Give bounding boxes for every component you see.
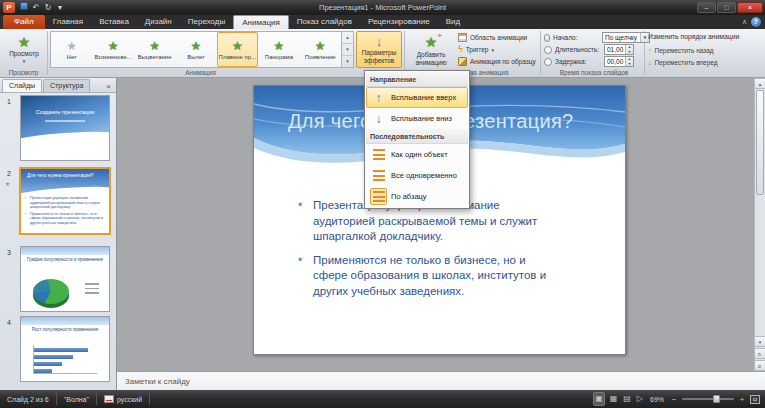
animation-fly-in[interactable]: ★ Вылет xyxy=(175,32,216,67)
gallery-scroll-up-icon[interactable]: ▴ xyxy=(342,32,353,44)
move-earlier-label: Переместить назад xyxy=(655,47,714,54)
slide-thumbnail-2-selected[interactable]: Для чего нужна презентация? Презентация … xyxy=(19,167,111,235)
view-reading-button[interactable]: ▤ xyxy=(622,393,632,405)
delay-input[interactable]: 00,00 ▴▾ xyxy=(604,56,634,67)
zoom-level[interactable]: 69% xyxy=(648,396,666,403)
close-panel-icon[interactable]: × xyxy=(101,82,116,92)
animation-pan[interactable]: ★ Панорама xyxy=(258,32,299,67)
previous-slide-button[interactable]: « xyxy=(755,348,765,359)
float-down-icon: ↓ xyxy=(370,110,387,127)
panel-tab-outline[interactable]: Структура xyxy=(43,79,90,92)
tab-view[interactable]: Вид xyxy=(438,15,468,29)
tab-review[interactable]: Рецензирование xyxy=(360,15,438,29)
theme-name[interactable]: "Волна" xyxy=(57,393,97,405)
add-animation-button[interactable]: ★+ Добавить анимацию xyxy=(408,31,454,68)
animation-label: Возникнове... xyxy=(94,54,131,60)
tab-animations[interactable]: Анимация xyxy=(233,15,289,29)
start-select[interactable]: По щелчку ▾ xyxy=(602,32,650,43)
notes-placeholder: Заметки к слайду xyxy=(125,377,190,386)
powerpoint-icon[interactable]: P xyxy=(3,2,15,13)
gallery-scrollbar: ▴ ▾ ▾ xyxy=(342,31,354,68)
animation-pane-button[interactable]: Область анимации xyxy=(458,32,527,43)
slide-body-placeholder[interactable]: Презентация упрощает понимание аудиторие… xyxy=(298,198,560,307)
view-normal-button[interactable]: ▣ xyxy=(593,392,605,406)
view-slide-sorter-button[interactable]: ▦ xyxy=(609,393,619,405)
pie-chart-thumbnail xyxy=(33,279,69,304)
start-label: Начало: xyxy=(553,34,599,41)
float-up-icon: ↑ xyxy=(370,89,387,106)
duration-input[interactable]: 01,00 ▴▾ xyxy=(604,44,634,55)
star-icon: ★ xyxy=(149,40,160,53)
scroll-up-icon[interactable]: ▴ xyxy=(755,78,765,89)
move-later-button[interactable]: ↓ Переместить вперед xyxy=(648,57,718,68)
spin-down-icon[interactable]: ▾ xyxy=(626,62,633,67)
menu-item-label: Все одновременно xyxy=(391,171,457,180)
vertical-scrollbar[interactable]: ▴ ▾ « » xyxy=(754,78,765,371)
tab-design[interactable]: Дизайн xyxy=(137,15,180,29)
animation-float-in-selected[interactable]: ★ Плавное пр... xyxy=(217,32,258,67)
notes-area[interactable]: Заметки к слайду xyxy=(117,371,765,390)
view-slideshow-button[interactable]: ▷ xyxy=(636,393,644,405)
pie-legend xyxy=(85,283,99,297)
tab-file[interactable]: Файл xyxy=(3,15,45,29)
spellcheck-icon[interactable] xyxy=(104,395,114,403)
qat-dropdown-icon[interactable]: ▾ xyxy=(54,2,66,13)
thumb2-bullet: Презентация упрощает понимание аудиторие… xyxy=(25,196,106,210)
help-icon[interactable]: ? xyxy=(751,17,761,27)
save-icon[interactable] xyxy=(18,2,30,13)
preview-button[interactable]: ★ Просмотр ▾ xyxy=(3,31,45,68)
zoom-out-icon[interactable]: − xyxy=(670,395,678,404)
slide-thumbnail-4[interactable]: Рост популярности применения xyxy=(20,316,110,382)
menu-item-as-one-object[interactable]: Как один объект xyxy=(366,144,468,165)
animation-none[interactable]: ★ Нет xyxy=(51,32,92,67)
animation-pane-icon xyxy=(458,33,467,42)
zoom-in-icon[interactable]: + xyxy=(738,395,746,404)
animation-painter-button[interactable]: Анимация по образцу xyxy=(458,56,536,67)
move-earlier-button[interactable]: ↑ Переместить назад xyxy=(648,45,714,56)
scrollbar-thumb[interactable] xyxy=(756,90,764,195)
maximize-button[interactable]: □ xyxy=(717,2,736,13)
menu-item-label: Всплывание вниз xyxy=(391,114,452,123)
minimize-ribbon-icon[interactable]: ∧ xyxy=(742,18,747,26)
fit-to-window-icon[interactable] xyxy=(750,395,760,404)
menu-item-all-at-once[interactable]: Все одновременно xyxy=(366,165,468,186)
spell-language[interactable]: русский xyxy=(97,393,150,405)
delay-value: 00,00 xyxy=(607,58,623,65)
undo-icon[interactable]: ↶ xyxy=(30,2,42,13)
scroll-down-icon[interactable]: ▾ xyxy=(755,336,765,347)
menu-item-by-paragraph[interactable]: По абзацу xyxy=(366,186,468,207)
slide-thumbnail-3[interactable]: График популярности и применения xyxy=(20,246,110,312)
slide-number: 4 xyxy=(7,319,11,326)
gallery-more-icon[interactable]: ▾ xyxy=(342,56,353,67)
animation-label: Панорама xyxy=(265,54,293,60)
double-chevron-down-icon: » xyxy=(755,365,765,369)
slide-thumbnail-1[interactable]: Создание презентации xyxy=(20,95,110,161)
tab-transitions[interactable]: Переходы xyxy=(180,15,234,29)
thumb1-subtitle-line xyxy=(45,120,85,122)
animation-wipe[interactable]: ★ Появление xyxy=(300,32,341,67)
tab-insert[interactable]: Вставка xyxy=(91,15,137,29)
animation-label: Появление xyxy=(305,54,336,60)
redo-icon[interactable]: ↻ xyxy=(42,2,54,13)
zoom-slider-thumb[interactable] xyxy=(713,395,720,403)
next-slide-button[interactable]: » xyxy=(755,360,765,371)
spin-down-icon[interactable]: ▾ xyxy=(626,50,633,55)
panel-tab-slides[interactable]: Слайды xyxy=(2,79,42,92)
minimize-button[interactable]: – xyxy=(697,2,716,13)
tab-home[interactable]: Главная xyxy=(45,15,91,29)
menu-item-float-up[interactable]: ↑ Всплывание вверх xyxy=(366,87,468,108)
close-button[interactable]: × xyxy=(737,2,763,13)
animation-label: Выцветание xyxy=(138,54,172,60)
gallery-scroll-down-icon[interactable]: ▾ xyxy=(342,44,353,56)
animation-appear[interactable]: ★ Возникнове... xyxy=(92,32,133,67)
zoom-slider[interactable] xyxy=(682,398,734,400)
tab-slideshow[interactable]: Показ слайдов xyxy=(289,15,360,29)
menu-item-float-down[interactable]: ↓ Всплывание вниз xyxy=(366,108,468,129)
star-icon: ★ xyxy=(315,40,326,53)
start-icon xyxy=(544,34,550,42)
effect-options-button[interactable]: ↓ Параметры эффектов xyxy=(356,31,402,68)
animation-fade[interactable]: ★ Выцветание xyxy=(134,32,175,67)
trigger-button[interactable]: ϟ Триггер ▾ xyxy=(458,44,494,55)
star-icon: ★ xyxy=(191,40,202,53)
animation-painter-icon xyxy=(458,57,467,66)
